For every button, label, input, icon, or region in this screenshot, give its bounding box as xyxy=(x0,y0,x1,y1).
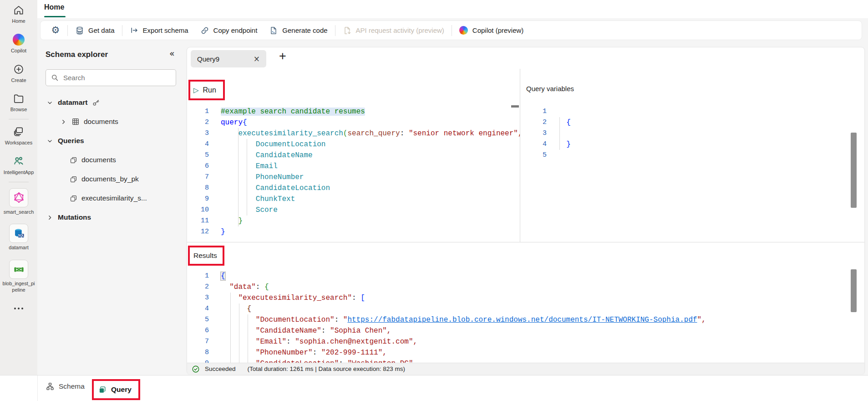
indent-guide xyxy=(247,139,247,216)
home-icon xyxy=(12,4,25,16)
code-line[interactable]: 6 Email xyxy=(187,161,520,172)
toolbar-api-request-activity-preview[interactable]: API request activity (preview) xyxy=(337,21,450,40)
code-line[interactable]: 5 "DocumentLocation": "https://fabdatapi… xyxy=(187,314,847,325)
schema-diagram-icon xyxy=(46,382,55,391)
code-line[interactable]: 2 { xyxy=(526,117,845,128)
tree-item-queries[interactable]: Queries xyxy=(44,131,180,150)
code-line[interactable]: 7 PhoneNumber xyxy=(187,172,520,183)
toolbar-copy-endpoint[interactable]: Copy endpoint xyxy=(194,21,264,40)
toolbar: ⚙Get dataExport schemaCopy endpointGener… xyxy=(40,21,862,40)
chevron-down-icon[interactable] xyxy=(46,137,54,145)
code-line[interactable]: 3 "executesimilarity_search": [ xyxy=(187,293,847,303)
code-line[interactable]: 7 "Email": "sophia.chen@nextgenit.com", xyxy=(187,336,847,347)
pipeline-icon xyxy=(9,260,28,279)
top-strip xyxy=(37,0,868,18)
line-number: 1 xyxy=(526,106,547,117)
code-line[interactable]: 5 xyxy=(526,150,845,161)
code-line[interactable]: 9 "CandidateLocation": "Washington DC", xyxy=(187,358,847,363)
tree-item-mutations[interactable]: Mutations xyxy=(44,208,180,227)
query-tab[interactable]: Query9 × xyxy=(191,50,266,67)
code-line[interactable]: 5 CandidateName xyxy=(187,150,520,161)
toolbar-copilot-preview[interactable]: Copilot (preview) xyxy=(453,21,530,40)
tree-item-documents-by-pk[interactable]: documents_by_pk xyxy=(44,170,180,189)
code-line[interactable]: 2 "data": { xyxy=(187,282,847,293)
code-line[interactable]: 1#example search candidate resumes xyxy=(187,106,520,117)
api-activity-icon xyxy=(343,26,352,35)
schema-search-box[interactable] xyxy=(46,69,176,86)
tree-item-label: documents xyxy=(81,156,116,164)
new-tab-button[interactable]: + xyxy=(279,49,286,63)
copilot-icon xyxy=(12,33,25,46)
code-line[interactable]: 10 Score xyxy=(187,205,520,216)
tree-item-documents[interactable]: documents xyxy=(44,150,180,170)
view-tab-query[interactable]: Query xyxy=(94,381,138,398)
chevron-down-icon[interactable] xyxy=(46,98,54,107)
rail-item-browse[interactable]: Browse xyxy=(1,92,36,113)
tree-item-datamart[interactable]: datamart xyxy=(44,93,180,112)
close-tab-icon[interactable]: × xyxy=(254,54,260,63)
more-icon xyxy=(12,302,25,315)
schema-tree: datamartdocumentsQueriesdocumentsdocumen… xyxy=(44,93,180,227)
collapse-panel-icon[interactable]: « xyxy=(169,48,175,58)
line-number: 5 xyxy=(526,150,547,161)
divider xyxy=(452,25,452,36)
run-button[interactable]: ▷ Run xyxy=(190,82,223,98)
rail-item-home[interactable]: Home xyxy=(1,4,36,25)
toolbar-get-data[interactable]: Get data xyxy=(69,21,121,40)
query-view-icon xyxy=(98,385,107,394)
toolbar-item-label: Generate code xyxy=(282,26,327,34)
rail-item-datamart[interactable]: SQLdatamart xyxy=(1,224,36,251)
rail-item-copilot[interactable]: Copilot xyxy=(1,33,36,54)
svg-text:SQL: SQL xyxy=(18,234,24,237)
toolbar-export-schema[interactable]: Export schema xyxy=(124,21,194,40)
schema-tab-label: Schema xyxy=(59,382,85,391)
results-scrollbar-thumb[interactable] xyxy=(851,269,857,312)
chevron-right-icon[interactable] xyxy=(59,118,67,126)
code-line[interactable]: 4 } xyxy=(526,139,845,150)
variables-scrollbar-thumb[interactable] xyxy=(851,133,857,208)
rail-item-create[interactable]: Create xyxy=(1,63,36,84)
divider xyxy=(67,25,68,36)
line-number: 9 xyxy=(187,358,209,363)
rail-item-intelligentapp[interactable]: IntelligentApp xyxy=(1,155,36,176)
rail-item-more[interactable] xyxy=(1,302,36,315)
line-number: 6 xyxy=(187,325,209,336)
tree-item-label: Queries xyxy=(58,137,84,145)
code-line[interactable]: 8 CandidateLocation xyxy=(187,183,520,194)
code-line[interactable]: 3 xyxy=(526,128,845,139)
rail-item-label: blob_ingest_pipeline xyxy=(2,281,35,293)
tree-item-executesimilarity-s[interactable]: executesimilarity_s... xyxy=(44,189,180,208)
results-viewer[interactable]: 1{2 "data": {3 "executesimilarity_search… xyxy=(187,271,847,363)
graphql-query-editor[interactable]: 1#example search candidate resumes2query… xyxy=(187,106,520,242)
tab-home[interactable]: Home xyxy=(44,3,64,11)
toolbar-settings[interactable]: ⚙ xyxy=(45,21,66,40)
table-icon xyxy=(71,118,80,126)
view-tab-schema[interactable]: Schema xyxy=(46,382,85,391)
schema-explorer-title: Schema explorer xyxy=(46,50,108,59)
toolbar-generate-code[interactable]: Generate code xyxy=(263,21,333,40)
editor-scrollbar-handle[interactable] xyxy=(511,105,519,108)
app-window: HomeCopilotCreateBrowseWorkspacesIntelli… xyxy=(0,0,868,401)
code-line[interactable]: 9 ChunkText xyxy=(187,194,520,205)
code-line[interactable]: 6 "CandidateName": "Sophia Chen", xyxy=(187,325,847,336)
rail-item-workspaces[interactable]: Workspaces xyxy=(1,125,36,146)
code-line[interactable]: 3 executesimilarity_search(search_query:… xyxy=(187,128,520,139)
rail-item-smart-search[interactable]: smart_search xyxy=(1,188,36,216)
code-line[interactable]: 4 { xyxy=(187,303,847,314)
intelligent-app-icon xyxy=(12,155,25,168)
editor-results-splitter[interactable] xyxy=(187,242,864,242)
rail-item-blob-ingest-pipeline[interactable]: blob_ingest_pipeline xyxy=(1,260,36,293)
code-line[interactable]: 2query{ xyxy=(187,117,520,128)
rail-item-label: Create xyxy=(2,77,35,84)
query-variables-editor[interactable]: 12 {34 }5 xyxy=(526,106,845,175)
code-line[interactable]: 12} xyxy=(187,226,520,237)
code-line[interactable]: 4 DocumentLocation xyxy=(187,139,520,150)
code-line[interactable]: 8 "PhoneNumber": "202-999-1111", xyxy=(187,347,847,358)
code-line[interactable]: 1{ xyxy=(187,271,847,282)
tree-item-documents[interactable]: documents xyxy=(44,112,180,131)
code-line[interactable]: 1 xyxy=(526,106,845,117)
search-input[interactable] xyxy=(62,73,164,82)
code-line[interactable]: 11 } xyxy=(187,216,520,226)
chevron-right-icon[interactable] xyxy=(46,213,54,221)
line-number: 7 xyxy=(187,336,209,347)
